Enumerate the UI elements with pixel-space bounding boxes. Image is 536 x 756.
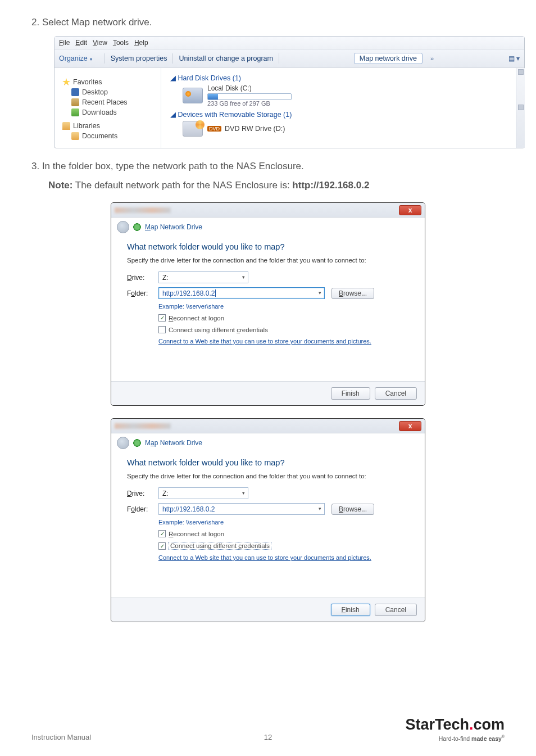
disk-name: Local Disk (C:) bbox=[207, 84, 292, 92]
page-footer: Instruction Manual 12 StarTech.com Hard-… bbox=[31, 716, 505, 742]
documents-icon bbox=[71, 132, 79, 140]
dvd-name: DVD RW Drive (D:) bbox=[225, 125, 285, 133]
scrollbar[interactable] bbox=[516, 68, 525, 148]
dialog-crumb: Map Network Drive bbox=[111, 218, 425, 238]
credentials-checkbox-row[interactable]: ✓ Connect using different credentials bbox=[158, 542, 409, 550]
folder-label: Folder: bbox=[127, 505, 158, 513]
drive-select[interactable]: Z: bbox=[158, 271, 248, 283]
sidebar-recent-places[interactable]: Recent Places bbox=[71, 98, 156, 106]
explorer-main: ◢ Hard Disk Drives (1) Local Disk (C:) 2… bbox=[161, 68, 524, 148]
dialog-heading: What network folder would you like to ma… bbox=[127, 242, 409, 251]
credentials-checkbox-row[interactable]: Connect using different credentials bbox=[158, 326, 409, 333]
hdd-group-header[interactable]: ◢ Hard Disk Drives (1) bbox=[170, 74, 515, 82]
desktop-icon bbox=[71, 88, 79, 96]
close-button[interactable]: x bbox=[399, 421, 421, 431]
cancel-button[interactable]: Cancel bbox=[375, 604, 417, 616]
toolbar-separator bbox=[279, 53, 279, 64]
reconnect-checkbox-row[interactable]: ✓ Reconnect at logon bbox=[158, 314, 409, 322]
toolbar-overflow[interactable]: » bbox=[430, 55, 434, 62]
map-network-drive-button[interactable]: Map network drive bbox=[354, 53, 423, 64]
web-site-link[interactable]: Connect to a Web site that you can use t… bbox=[158, 554, 371, 561]
dialog-subtext: Specify the drive letter for the connect… bbox=[127, 257, 409, 264]
browse-button[interactable]: Browse... bbox=[331, 288, 374, 299]
libraries-label: Libraries bbox=[73, 122, 100, 130]
capacity-bar bbox=[207, 93, 292, 100]
dialog-titlebar: x bbox=[111, 419, 425, 433]
web-site-link[interactable]: Connect to a Web site that you can use t… bbox=[158, 338, 371, 345]
note-prefix: Note: bbox=[48, 180, 72, 191]
downloads-label: Downloads bbox=[82, 108, 117, 116]
toolbar-separator bbox=[172, 53, 173, 64]
dialog-crumb: Map Network Drive bbox=[111, 433, 425, 454]
note-url: http://192.168.0.2 bbox=[292, 180, 369, 191]
explorer-sidebar: Favorites Desktop Recent Places Download… bbox=[54, 68, 161, 148]
dialog-titlebar: x bbox=[111, 203, 425, 218]
example-text: Example: \\server\share bbox=[158, 303, 409, 310]
folder-input[interactable]: http://192.168.0.2 bbox=[158, 503, 325, 515]
reconnect-checkbox-row[interactable]: ✓ Reconnect at logon bbox=[158, 530, 409, 537]
dialog-heading: What network folder would you like to ma… bbox=[127, 458, 409, 467]
local-disk-item[interactable]: Local Disk (C:) 233 GB free of 297 GB bbox=[183, 84, 515, 107]
note-line: Note: The default network path for the N… bbox=[48, 180, 505, 191]
system-properties-button[interactable]: System properties bbox=[111, 55, 167, 62]
drive-icon bbox=[183, 88, 203, 103]
dialog-subtext: Specify the drive letter for the connect… bbox=[127, 473, 409, 479]
menu-edit[interactable]: Edit bbox=[75, 39, 87, 47]
map-network-drive-dialog-1: x Map Network Drive What network folder … bbox=[111, 202, 425, 406]
favorites-label: Favorites bbox=[73, 78, 102, 86]
removable-group-header[interactable]: ◢ Devices with Removable Storage (1) bbox=[170, 110, 515, 119]
checkbox-icon: ✓ bbox=[158, 314, 166, 322]
menu-tools[interactable]: Tools bbox=[113, 39, 129, 47]
drive-label: Drive: bbox=[127, 490, 158, 497]
startech-logo: StarTech.com Hard-to-find made easy® bbox=[405, 716, 505, 742]
dvd-icon bbox=[183, 121, 203, 137]
dvd-drive-item[interactable]: DVD DVD RW Drive (D:) bbox=[183, 121, 515, 137]
cancel-button[interactable]: Cancel bbox=[375, 387, 417, 400]
sidebar-libraries[interactable]: Libraries bbox=[62, 122, 156, 130]
dialog-title: Map Network Drive bbox=[145, 439, 202, 447]
drive-select[interactable]: Z: bbox=[158, 487, 248, 499]
example-text: Example: \\server\share bbox=[158, 519, 409, 526]
recent-icon bbox=[71, 98, 79, 106]
menu-help[interactable]: Help bbox=[134, 39, 148, 47]
star-icon bbox=[62, 78, 70, 86]
recent-label: Recent Places bbox=[82, 98, 128, 106]
back-icon[interactable] bbox=[117, 437, 129, 449]
step-3-text: 3. In the folder box, type the network p… bbox=[31, 161, 505, 172]
finish-button[interactable]: Finish bbox=[331, 387, 370, 400]
view-options-icon[interactable]: ▤ ▾ bbox=[503, 55, 520, 62]
uninstall-button[interactable]: Uninstall or change a program bbox=[179, 55, 272, 62]
title-blur bbox=[115, 207, 171, 213]
sidebar-favorites[interactable]: Favorites bbox=[62, 78, 156, 86]
dialog-footer: Finish Cancel bbox=[111, 381, 425, 405]
checkbox-icon bbox=[158, 326, 166, 333]
menu-view[interactable]: View bbox=[93, 39, 107, 47]
network-icon bbox=[133, 223, 142, 232]
organize-button[interactable]: Organize bbox=[59, 55, 99, 62]
dialog-title: Map Network Drive bbox=[145, 223, 202, 231]
back-icon[interactable] bbox=[117, 221, 129, 233]
sidebar-documents[interactable]: Documents bbox=[71, 132, 156, 140]
explorer-menubar: File Edit View Tools Help bbox=[54, 37, 524, 49]
page-number: 12 bbox=[264, 733, 272, 741]
sidebar-desktop[interactable]: Desktop bbox=[71, 88, 156, 96]
network-icon bbox=[133, 438, 142, 447]
dvd-tag: DVD bbox=[207, 126, 221, 132]
explorer-window: File Edit View Tools Help Organize Syste… bbox=[54, 36, 525, 148]
menu-file[interactable]: File bbox=[59, 39, 70, 47]
logo-text-b: com bbox=[473, 716, 505, 733]
finish-button[interactable]: Finish bbox=[331, 604, 370, 616]
registered-mark: ® bbox=[502, 735, 505, 739]
folder-input[interactable]: http://192.168.0.2 bbox=[158, 287, 325, 299]
credentials-focus-outline: Connect using different credentials bbox=[169, 542, 271, 550]
close-button[interactable]: x bbox=[399, 205, 421, 215]
title-blur bbox=[115, 423, 171, 429]
sidebar-downloads[interactable]: Downloads bbox=[71, 108, 156, 116]
logo-text-a: StarTech bbox=[405, 716, 469, 733]
libraries-icon bbox=[62, 122, 70, 130]
toolbar-separator bbox=[105, 53, 105, 64]
downloads-icon bbox=[71, 108, 79, 116]
step-2-text: 2. Select Map network drive. bbox=[31, 17, 505, 28]
dialog-footer: Finish Cancel bbox=[111, 597, 425, 622]
browse-button[interactable]: Browse... bbox=[331, 504, 374, 515]
